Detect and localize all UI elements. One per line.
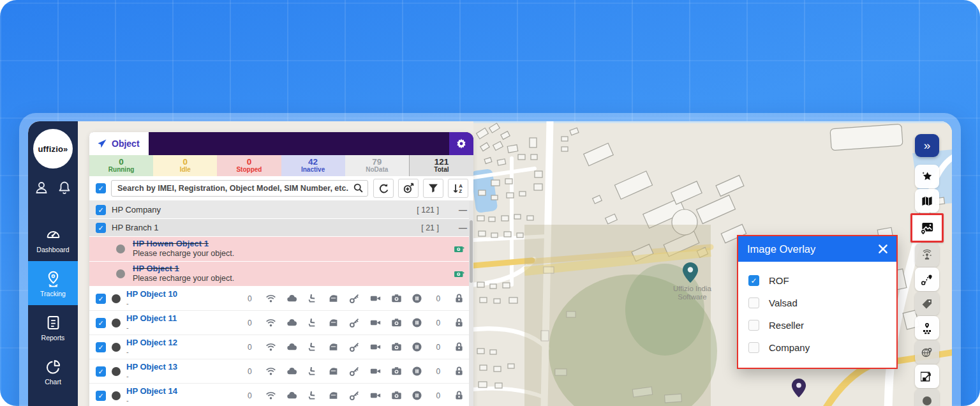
tool-icon — [921, 395, 933, 406]
overlay-option[interactable]: Valsad — [748, 292, 894, 314]
sidebar-item[interactable]: Chart — [28, 349, 78, 393]
group-row[interactable]: HP Branch 1 [ 21 ] — — [89, 219, 473, 237]
popup-options: ROF Valsad Reseller Company — [738, 262, 896, 368]
tab-object[interactable]: Object — [89, 132, 149, 155]
map-tool-button[interactable] — [915, 389, 939, 406]
sidebar-item[interactable]: Tracking — [28, 261, 78, 305]
door-icon — [328, 366, 339, 377]
status-cell[interactable]: 0 Idle — [153, 155, 217, 176]
collapse-panel-button[interactable]: » — [915, 134, 939, 157]
object-checkbox[interactable] — [96, 294, 106, 304]
object-row[interactable]: HP Object 12 - 0 0 — [89, 335, 473, 359]
object-checkbox[interactable] — [96, 342, 106, 352]
panel-tab-icon[interactable] — [177, 139, 188, 149]
status-cell[interactable]: 0 Stopped — [217, 155, 281, 176]
overlay-checkbox[interactable] — [748, 297, 759, 308]
group-checkbox[interactable] — [96, 205, 106, 215]
user-icon[interactable] — [34, 180, 49, 195]
map-pin-uffizio[interactable] — [682, 262, 699, 283]
status-cell[interactable]: 121 Total — [409, 155, 473, 176]
key-icon — [349, 293, 360, 304]
playback-icon — [412, 293, 422, 304]
panel-scrollbar[interactable] — [469, 201, 473, 406]
panel-tab-icon[interactable] — [198, 139, 209, 149]
sidebar-item-label: Reports — [41, 334, 65, 342]
overlay-checkbox[interactable] — [748, 342, 759, 353]
object-name[interactable]: HP Object 1 — [133, 264, 446, 274]
object-subtext: - — [126, 324, 234, 332]
count-value: 0 — [239, 319, 260, 327]
main-content: Uffizio India Software Object — [78, 121, 952, 406]
overlay-checkbox[interactable] — [748, 275, 759, 286]
sidebar-nav: Dashboard Tracking Reports Chart — [28, 217, 78, 393]
object-name[interactable]: HP Howen Object 1 — [133, 239, 446, 249]
map-tool-button[interactable] — [915, 340, 939, 364]
status-cell[interactable]: 0 Running — [89, 155, 153, 176]
map-tool-button[interactable] — [915, 165, 939, 188]
sidebar-item[interactable]: Dashboard — [28, 217, 78, 261]
panel-tab-icon[interactable] — [157, 139, 168, 149]
seat-icon — [307, 317, 318, 328]
map-tool-button[interactable] — [915, 316, 939, 340]
overlay-option[interactable]: ROF — [748, 269, 894, 292]
status-cell[interactable]: 42 Inactive — [281, 155, 345, 176]
sidebar-item[interactable]: Reports — [28, 305, 78, 349]
lock-icon — [454, 293, 464, 304]
expired-object-row[interactable]: HP Howen Object 1 Please recharge your o… — [89, 237, 473, 262]
status-dot — [116, 244, 125, 253]
status-label: Total — [434, 167, 449, 174]
select-all-checkbox[interactable] — [96, 183, 106, 193]
count-value: 0 — [239, 294, 260, 303]
recharge-icon[interactable] — [454, 269, 464, 280]
object-checkbox[interactable] — [96, 391, 106, 401]
group-row[interactable]: HP Company [ 121 ] — — [89, 201, 473, 219]
notifications-icon[interactable] — [57, 180, 72, 195]
key-icon — [349, 366, 360, 377]
recharge-icon[interactable] — [454, 244, 464, 255]
object-checkbox[interactable] — [96, 318, 106, 328]
search-action-button[interactable] — [373, 179, 394, 198]
search-action-button[interactable]: AZ — [448, 179, 468, 198]
object-name[interactable]: HP Object 11 — [126, 314, 234, 324]
object-row[interactable]: HP Object 14 - 0 0 — [89, 384, 473, 406]
status-label: Stopped — [236, 167, 262, 174]
status-cell[interactable]: 79 NoData — [345, 155, 409, 176]
map-pin-secondary[interactable] — [791, 378, 806, 398]
status-count: 121 — [434, 158, 449, 167]
group-checkbox[interactable] — [96, 223, 106, 233]
close-icon[interactable] — [877, 243, 889, 255]
object-row[interactable]: HP Object 13 - 0 0 — [89, 359, 473, 384]
expired-object-row[interactable]: HP Object 1 Please recharge your object. — [89, 262, 473, 287]
search-action-button[interactable] — [398, 179, 419, 198]
object-name[interactable]: HP Object 14 — [126, 387, 234, 396]
overlay-option[interactable]: Reseller — [748, 314, 894, 336]
map-tool-button[interactable] — [915, 189, 939, 213]
map-tool-button[interactable] — [910, 213, 944, 243]
object-name[interactable]: HP Object 10 — [126, 290, 234, 299]
object-checkbox[interactable] — [96, 366, 106, 377]
count-value: 0 — [427, 294, 449, 303]
collapse-icon[interactable]: — — [459, 205, 467, 214]
status-label: Idle — [180, 167, 191, 174]
map-tool-button[interactable] — [915, 267, 939, 291]
collapse-icon[interactable]: — — [459, 223, 467, 232]
overlay-option[interactable]: Company — [748, 336, 894, 359]
object-row[interactable]: HP Object 10 - 0 0 — [89, 287, 473, 311]
action-icon — [427, 183, 439, 194]
object-name[interactable]: HP Object 13 — [126, 363, 234, 372]
settings-button[interactable] — [449, 132, 473, 155]
object-name[interactable]: HP Object 12 — [126, 338, 234, 348]
panel-tab-icon[interactable] — [218, 139, 229, 149]
panel-scrollbar-thumb[interactable] — [470, 220, 473, 283]
lock-icon — [454, 317, 464, 328]
map-tool-button[interactable] — [915, 243, 939, 267]
camera-icon — [391, 317, 402, 328]
object-row[interactable]: HP Object 11 - 0 0 — [89, 311, 473, 335]
map-tool-button[interactable] — [915, 292, 939, 315]
search-action-button[interactable] — [423, 179, 443, 198]
map-tool-button[interactable] — [915, 365, 939, 388]
search-icon[interactable] — [353, 183, 364, 193]
panel-tab-icon[interactable] — [239, 139, 249, 149]
search-input[interactable] — [111, 180, 368, 197]
overlay-checkbox[interactable] — [748, 320, 759, 331]
